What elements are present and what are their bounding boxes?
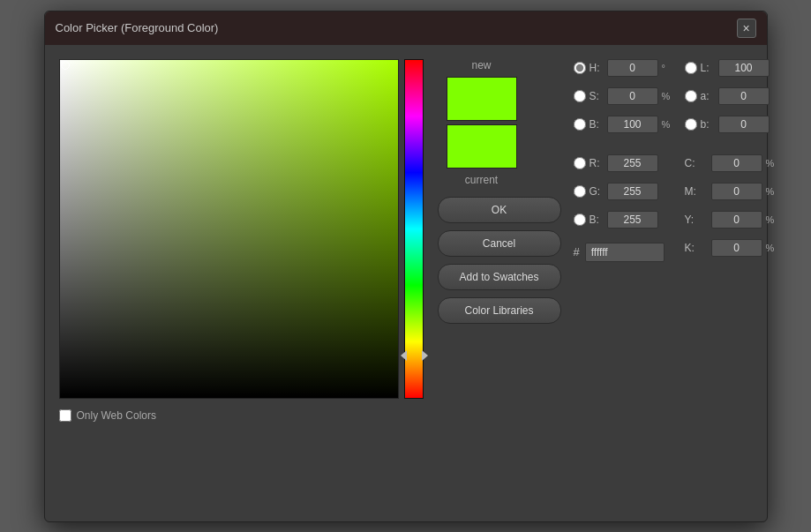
b3-radio[interactable]	[685, 118, 697, 131]
m-label: M:	[685, 185, 708, 198]
color-picker-dialog: Color Picker (Foreground Color) ×	[44, 11, 768, 522]
h-radio[interactable]	[574, 62, 586, 74]
right-fields-col: L: a: b:	[685, 59, 780, 262]
g-radio[interactable]	[574, 185, 586, 198]
r-radio[interactable]	[574, 157, 586, 169]
l-radio[interactable]	[685, 62, 697, 74]
b3-field-row: b:	[685, 116, 780, 133]
l-field-row: L:	[685, 59, 780, 77]
b2-radio[interactable]	[574, 214, 586, 226]
h-unit: °	[662, 63, 676, 73]
only-web-colors-row: Only Web Colors	[59, 409, 424, 422]
new-color-swatch	[447, 77, 517, 121]
color-libraries-button[interactable]: Color Libraries	[438, 297, 561, 324]
s-field-row: S: %	[574, 87, 676, 105]
a-label: a:	[701, 90, 715, 102]
cancel-button[interactable]: Cancel	[438, 230, 561, 257]
hue-bar	[404, 59, 424, 399]
h-field-row: H: °	[574, 59, 676, 77]
current-color-label: current	[465, 174, 498, 186]
b-field-row: B: %	[574, 116, 676, 133]
hex-label: #	[574, 245, 580, 259]
m-unit: %	[766, 186, 780, 197]
gradient-container	[59, 59, 424, 399]
m-field-row: M: %	[685, 183, 780, 200]
y-input[interactable]	[711, 211, 762, 229]
right-panel: new current OK Cancel Add to Swatches Co…	[438, 59, 812, 507]
b2-input[interactable]	[607, 211, 658, 229]
b3-label: b:	[701, 118, 715, 131]
b3-input[interactable]	[718, 116, 770, 133]
g-label: G:	[589, 185, 604, 198]
c-input[interactable]	[711, 154, 762, 172]
add-to-swatches-button[interactable]: Add to Swatches	[438, 264, 561, 290]
fields-columns: H: ° S: %	[574, 59, 812, 262]
b-unit: %	[662, 119, 676, 130]
r-label: R:	[589, 157, 604, 169]
dialog-title: Color Picker (Foreground Color)	[56, 21, 219, 34]
h-input[interactable]	[607, 59, 658, 77]
k-input[interactable]	[711, 239, 762, 257]
only-web-colors-label: Only Web Colors	[77, 409, 156, 422]
fields-section: H: ° S: %	[574, 59, 812, 507]
k-unit: %	[766, 243, 780, 253]
c-field-row: C: %	[685, 154, 780, 172]
color-gradient-square[interactable]	[59, 59, 399, 399]
gradient-inner	[60, 60, 398, 398]
g-field-row: G:	[574, 183, 676, 200]
hex-row: #	[574, 243, 676, 262]
close-button[interactable]: ×	[737, 19, 756, 38]
c-unit: %	[766, 158, 780, 169]
s-unit: %	[662, 91, 676, 101]
hex-input[interactable]	[585, 243, 665, 262]
h-label: H:	[589, 62, 604, 74]
y-field-row: Y: %	[685, 211, 780, 229]
b-label: B:	[589, 118, 604, 131]
buttons-section: OK Cancel Add to Swatches Color Librarie…	[438, 197, 561, 324]
dialog-body: Only Web Colors new current OK Cancel Ad…	[45, 45, 767, 521]
color-preview-section: new current	[438, 59, 526, 186]
l-label: L:	[701, 62, 715, 74]
y-unit: %	[766, 214, 780, 225]
m-input[interactable]	[711, 183, 762, 200]
new-color-label: new	[471, 59, 491, 71]
s-input[interactable]	[607, 87, 658, 105]
k-field-row: K: %	[685, 239, 780, 257]
hue-bar-container[interactable]	[404, 59, 424, 399]
hue-bar-wrapper	[404, 59, 424, 399]
r-field-row: R:	[574, 154, 676, 172]
b2-field-row: B:	[574, 211, 676, 229]
a-input[interactable]	[718, 87, 770, 105]
a-field-row: a:	[685, 87, 780, 105]
b2-label: B:	[589, 214, 604, 226]
y-label: Y:	[685, 214, 708, 226]
a-radio[interactable]	[685, 90, 697, 102]
g-input[interactable]	[607, 183, 658, 200]
c-label: C:	[685, 157, 708, 169]
s-radio[interactable]	[574, 90, 586, 102]
s-label: S:	[589, 90, 604, 102]
l-input[interactable]	[718, 59, 770, 77]
title-bar: Color Picker (Foreground Color) ×	[45, 11, 767, 45]
picker-area: Only Web Colors	[59, 59, 424, 507]
only-web-colors-checkbox[interactable]	[59, 409, 71, 422]
left-fields-col: H: ° S: %	[574, 59, 676, 262]
b-input[interactable]	[607, 116, 658, 133]
ok-button[interactable]: OK	[438, 197, 561, 223]
current-color-swatch	[447, 124, 517, 169]
k-label: K:	[685, 242, 708, 254]
r-input[interactable]	[607, 154, 658, 172]
b-radio[interactable]	[574, 118, 586, 131]
